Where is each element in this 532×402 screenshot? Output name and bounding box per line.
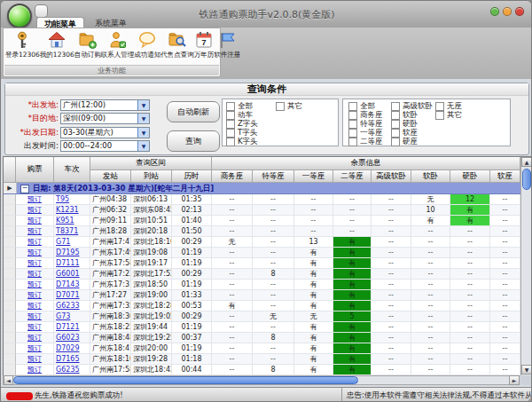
header-premier-seat[interactable]: 特等座 [253, 170, 294, 183]
header-train[interactable]: 车次 [54, 157, 90, 183]
book-link[interactable]: 预订 [27, 355, 42, 363]
header-book[interactable]: 购票 [16, 157, 54, 183]
book-link[interactable]: 预订 [27, 312, 42, 320]
seat-filter-1[interactable]: 商务座 [348, 111, 383, 119]
train-link[interactable]: K951 [56, 217, 74, 225]
header-second-class[interactable]: 二等座 [333, 170, 372, 183]
train-link[interactable]: D7143 [56, 280, 80, 288]
scroll-left-icon[interactable]: ◄ [4, 375, 13, 385]
train-link[interactable]: K1231 [56, 206, 79, 214]
train-link[interactable]: G71 [56, 238, 70, 246]
train-link[interactable]: D7111 [56, 259, 80, 267]
checkbox-icon[interactable] [348, 102, 357, 111]
train-filter-2[interactable]: Z字头 [226, 120, 258, 128]
train-filter-0[interactable]: 全部 [226, 102, 253, 110]
ribbon-button-flag[interactable]: 软件注册 [214, 29, 240, 59]
scroll-up-icon[interactable]: ▲ [521, 157, 532, 167]
close-button[interactable] [515, 7, 524, 16]
book-link[interactable]: 预订 [27, 302, 42, 310]
seat-filter-0[interactable]: 全部 [348, 102, 375, 110]
header-arr-station[interactable]: 到站 [131, 170, 172, 183]
scroll-right-icon[interactable]: ► [509, 375, 520, 385]
search-button[interactable]: 查询 [167, 130, 220, 152]
dropdown-arrow-icon[interactable]: ▼ [137, 114, 149, 123]
book-link[interactable]: 预订 [27, 366, 42, 374]
date-group-row[interactable]: ▶ − 日期: 第8天(2013-03-30 星期六)[蛇年二月十九日] [4, 183, 520, 194]
header-dep-station[interactable]: 发站 [90, 170, 131, 183]
collapse-icon[interactable]: − [20, 185, 29, 193]
train-link[interactable]: D7071 [56, 291, 80, 299]
ribbon-button-folder-add[interactable]: 自动订购 [74, 29, 101, 59]
ribbon-button-calendar[interactable]: 7万年历 [194, 29, 215, 59]
header-first-class[interactable]: 一等座 [294, 170, 333, 183]
seat-filter-4[interactable]: 二等座 [348, 138, 383, 146]
vertical-scroll-thumb[interactable] [522, 169, 531, 190]
seat-filter-5[interactable]: 高级软卧 [391, 102, 433, 110]
tab-system-menu[interactable]: 系统菜单 [88, 17, 134, 28]
train-link[interactable]: G6235 [56, 366, 80, 374]
checkbox-icon[interactable] [348, 120, 357, 129]
checkbox-icon[interactable] [348, 138, 357, 146]
dropdown-arrow-icon[interactable]: ▼ [137, 141, 149, 151]
checkbox-icon[interactable] [435, 102, 444, 111]
book-link[interactable]: 预订 [27, 291, 42, 299]
ribbon-button-speech-bubble[interactable]: 成功通知 [134, 29, 160, 59]
header-deluxe-sleeper[interactable]: 高级软卧 [372, 170, 411, 183]
horizontal-scroll-thumb[interactable] [13, 376, 358, 384]
seat-filter-11[interactable]: 其它 [435, 111, 462, 119]
checkbox-icon[interactable] [348, 129, 357, 138]
checkbox-icon[interactable] [226, 111, 235, 120]
book-link[interactable]: 预订 [27, 217, 42, 225]
ribbon-button-contact[interactable]: 联系人管理 [101, 29, 135, 59]
checkbox-icon[interactable] [226, 138, 235, 146]
checkbox-icon[interactable] [226, 129, 235, 138]
minimize-button[interactable] [490, 7, 499, 16]
book-link[interactable]: 预订 [27, 344, 42, 352]
train-filter-3[interactable]: T字头 [226, 130, 257, 138]
header-hard-sleeper[interactable]: 硬卧 [450, 170, 490, 183]
scroll-down-icon[interactable]: ▼ [521, 365, 532, 374]
header-soft-sleeper[interactable]: 软卧 [411, 170, 450, 183]
resize-grip-icon[interactable]: ◢ [526, 395, 532, 402]
train-filter-1[interactable]: 动车 [226, 111, 253, 119]
train-filter-4[interactable]: K字头 [226, 138, 258, 146]
checkbox-icon[interactable] [391, 138, 400, 146]
book-link[interactable]: 预订 [27, 227, 42, 235]
header-duration[interactable]: 历时 [172, 170, 212, 183]
horizontal-scrollbar[interactable]: ◄ ► [3, 375, 520, 385]
seat-filter-10[interactable]: 无座 [435, 102, 462, 110]
book-link[interactable]: 预订 [27, 238, 42, 246]
checkbox-icon[interactable] [391, 120, 400, 129]
seat-filter-2[interactable]: 特等座 [348, 120, 383, 128]
book-link[interactable]: 预订 [27, 270, 42, 278]
train-link[interactable]: D7029 [56, 344, 80, 352]
checkbox-icon[interactable] [435, 111, 444, 120]
checkbox-icon[interactable] [391, 129, 400, 138]
auto-refresh-button[interactable]: 自动刷新 [167, 101, 220, 122]
header-soft-seat[interactable]: 软座 [490, 170, 520, 183]
checkbox-icon[interactable] [226, 120, 235, 129]
checkbox-icon[interactable] [348, 111, 357, 120]
book-link[interactable]: 预订 [27, 248, 42, 256]
seat-filter-6[interactable]: 软卧 [391, 111, 418, 119]
train-link[interactable]: G6233 [56, 302, 80, 310]
train-link[interactable]: D7121 [56, 323, 80, 331]
seat-filter-9[interactable]: 硬座 [391, 138, 418, 146]
maximize-button[interactable] [503, 7, 512, 16]
departure-city-select[interactable]: 广州(12:00)▼ [60, 99, 150, 111]
train-link[interactable]: T95 [56, 195, 69, 203]
book-link[interactable]: 预订 [27, 195, 42, 203]
checkbox-icon[interactable] [391, 111, 400, 120]
train-link[interactable]: D7165 [56, 355, 80, 363]
train-link[interactable]: G6001 [56, 270, 80, 278]
ribbon-button-home[interactable]: 我的12306 [40, 29, 74, 59]
train-link[interactable]: G6023 [56, 334, 80, 342]
book-link[interactable]: 预订 [27, 323, 42, 331]
vertical-scrollbar[interactable]: ▲ ▼ [520, 157, 532, 375]
dropdown-arrow-icon[interactable]: ▼ [137, 100, 149, 110]
tab-function-menu[interactable]: 功能菜单 [36, 17, 84, 28]
train-link[interactable]: D7195 [56, 248, 80, 256]
book-link[interactable]: 预订 [27, 259, 42, 267]
ribbon-button-folder-search[interactable]: 代售点查询 [160, 29, 194, 59]
checkbox-icon[interactable] [391, 102, 400, 111]
